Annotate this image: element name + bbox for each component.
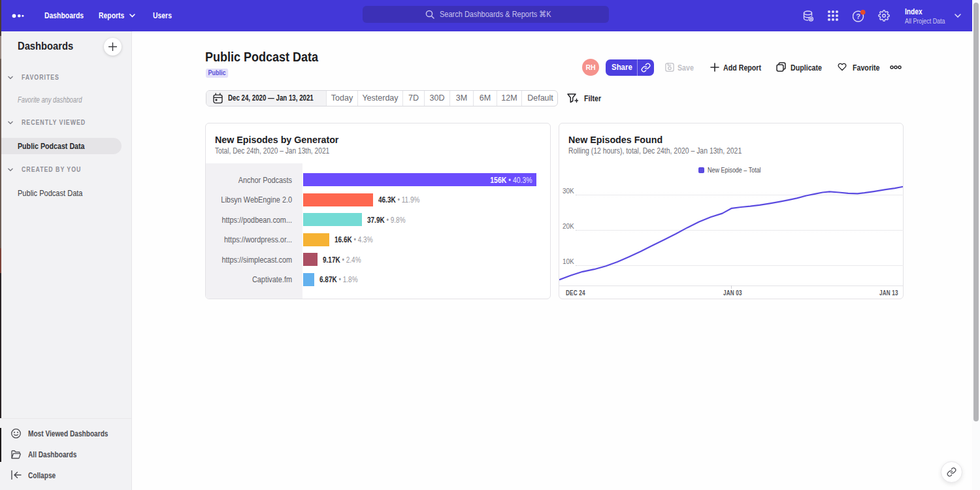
svg-text:?: ?	[856, 12, 860, 20]
